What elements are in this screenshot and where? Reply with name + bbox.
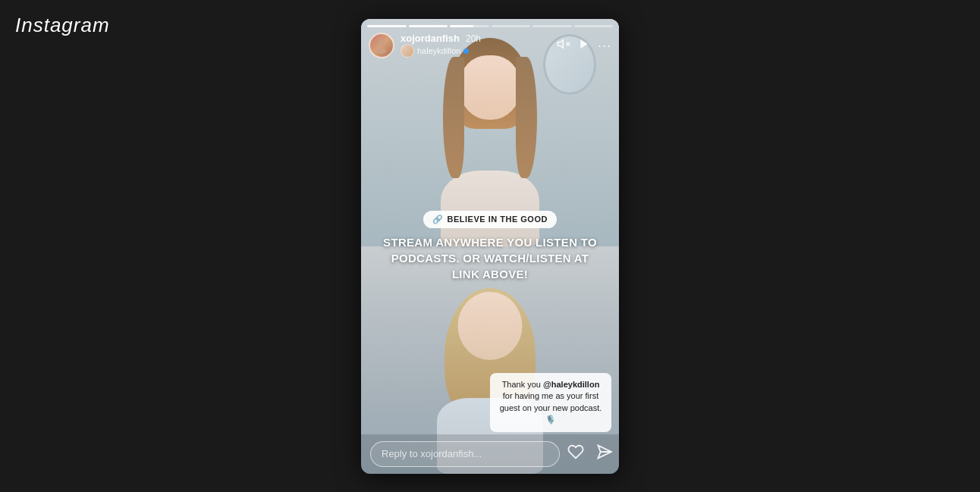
reply-actions xyxy=(567,443,610,464)
progress-segment-2 xyxy=(409,25,448,27)
believe-badge[interactable]: 🔗 BELIEVE IN THE GOOD xyxy=(423,211,557,228)
hair-side-left xyxy=(443,57,464,178)
mute-icon[interactable] xyxy=(557,37,570,54)
believe-text: BELIEVE IN THE GOOD xyxy=(448,215,548,224)
instagram-logo: Instagram xyxy=(15,14,110,37)
face-top xyxy=(460,55,520,120)
more-icon[interactable]: ··· xyxy=(598,39,611,52)
overlay-middle: 🔗 BELIEVE IN THE GOOD STREAM ANYWHERE YO… xyxy=(361,211,619,282)
svg-marker-2 xyxy=(558,39,563,48)
link-icon: 🔗 xyxy=(432,215,444,224)
head2 xyxy=(458,292,523,360)
thank-you-prefix: Thank you xyxy=(502,380,543,389)
reply-input[interactable]: Reply to xojordanfish... xyxy=(370,441,560,467)
header-right: ··· xyxy=(557,37,611,54)
stream-text: STREAM ANYWHERE YOU LISTEN TO PODCASTS. … xyxy=(376,234,604,282)
story-card: xojordanfish 20h haleykdillon xyxy=(361,19,619,474)
story-header: xojordanfish 20h haleykdillon xyxy=(369,33,611,58)
progress-segment-6 xyxy=(574,25,614,27)
progress-segment-3 xyxy=(450,25,489,27)
progress-segment-4 xyxy=(492,25,531,27)
hair-side-right xyxy=(516,57,537,178)
thank-you-suffix: for having me as your first guest on you… xyxy=(500,391,602,424)
time-label: 20h xyxy=(466,33,481,44)
header-left: xojordanfish 20h haleykdillon xyxy=(369,33,481,58)
mention[interactable]: @haleykdillon xyxy=(543,380,599,389)
heart-icon[interactable] xyxy=(567,443,584,464)
progress-bar-area xyxy=(367,25,613,27)
sub-username[interactable]: haleykdillon xyxy=(400,44,481,58)
thank-you-note: Thank you @haleykdillon for having me as… xyxy=(490,373,611,432)
verified-badge xyxy=(463,49,469,54)
username-area: xojordanfish 20h haleykdillon xyxy=(400,33,481,58)
reply-bar: Reply to xojordanfish... xyxy=(361,434,619,474)
svg-marker-5 xyxy=(580,39,587,49)
username[interactable]: xojordanfish xyxy=(400,33,460,45)
avatar[interactable] xyxy=(369,33,394,58)
play-icon[interactable] xyxy=(578,38,590,53)
progress-segment-1 xyxy=(367,25,407,27)
svg-point-1 xyxy=(377,48,387,53)
reply-placeholder: Reply to xojordanfish... xyxy=(382,448,482,459)
sub-avatar xyxy=(400,44,414,58)
send-icon[interactable] xyxy=(593,443,610,464)
progress-segment-5 xyxy=(532,25,572,27)
svg-point-0 xyxy=(378,39,384,45)
